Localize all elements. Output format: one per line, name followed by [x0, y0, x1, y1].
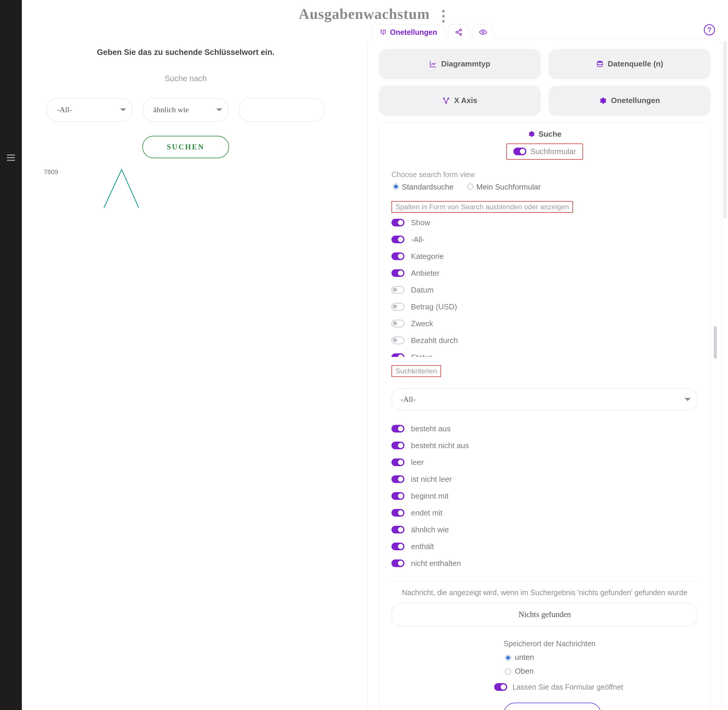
update-button[interactable]: UPDATE — [503, 703, 601, 710]
criteria-section-label: Suchkriterien — [392, 365, 441, 377]
toggle-row[interactable]: nicht enthalten — [392, 559, 698, 568]
toggle-row[interactable]: endet mit — [392, 508, 698, 518]
list-scrollbar[interactable] — [714, 326, 717, 359]
toggle-row[interactable]: Kategorie — [392, 252, 698, 261]
tab-settings[interactable]: Onetellungen — [371, 24, 445, 39]
criteria-list: besteht ausbesteht nicht ausleerist nich… — [392, 424, 698, 568]
chart-type-label: Diagrammtyp — [441, 59, 490, 69]
chart-type-button[interactable]: Diagrammtyp — [379, 49, 541, 79]
svg-point-6 — [459, 29, 462, 31]
toggle-row[interactable]: Bezahlt durch — [392, 336, 698, 345]
menu-icon[interactable] — [6, 153, 16, 165]
radio-standard[interactable]: Standardsuche — [392, 182, 454, 192]
toggle-icon — [392, 526, 404, 534]
divider — [392, 581, 698, 581]
toggle-label: -All- — [411, 235, 424, 244]
toggle-label: Anbieter — [411, 268, 440, 278]
search-panel: Geben Sie das zu suchende Schlüsselwort … — [28, 24, 343, 710]
settings-panel: Onetellungen Diagrammtyp D — [367, 24, 722, 710]
settings-button[interactable]: Onetellungen — [549, 86, 710, 116]
radio-location-top[interactable]: Oben — [503, 667, 698, 676]
toggle-label: endet mit — [411, 508, 443, 518]
xaxis-button[interactable]: X Axis — [379, 86, 541, 116]
toggle-icon — [392, 236, 404, 243]
search-field-select[interactable]: -All- — [47, 98, 132, 122]
svg-line-10 — [458, 33, 460, 34]
search-form-toggle-chip[interactable]: Suchformular — [506, 144, 583, 160]
toggle-row[interactable]: Status — [392, 353, 698, 357]
chart-y-tick: 7809 — [44, 168, 58, 176]
toggle-row[interactable]: Show — [392, 218, 698, 227]
toggle-label: besteht nicht aus — [411, 441, 469, 450]
toggle-label: nicht enthalten — [411, 559, 461, 568]
datasource-button[interactable]: Datenquelle (n) — [549, 49, 710, 79]
keep-open-toggle[interactable]: Lassen Sie das Formular geöffnet — [494, 683, 698, 691]
toggle-label: Bezahlt durch — [411, 336, 458, 345]
settings-label: Onetellungen — [611, 96, 660, 105]
eye-icon — [479, 28, 487, 36]
main: Ausgabenwachstum ⋮ ? Geben Sie das zu su… — [22, 0, 728, 710]
toggle-row[interactable]: -All- — [392, 235, 698, 244]
axis-icon — [442, 97, 450, 104]
radio-location-bottom[interactable]: unten — [503, 653, 698, 662]
tab-share[interactable] — [448, 24, 470, 39]
line-chart-svg — [60, 167, 160, 211]
toggle-label: besteht aus — [411, 424, 451, 433]
radio-mine[interactable]: Mein Suchformular — [466, 182, 540, 192]
toggle-icon — [392, 442, 404, 449]
message-label: Nachricht, die angezeigt wird, wenn im S… — [392, 588, 698, 597]
gear-icon — [528, 131, 535, 138]
keep-open-label: Lassen Sie das Formular geöffnet — [512, 683, 623, 691]
toggle-row[interactable]: ähnlich wie — [392, 525, 698, 534]
toggle-icon — [514, 148, 526, 155]
toggle-label: Zweck — [411, 319, 433, 328]
toggle-row[interactable]: leer — [392, 458, 698, 467]
search-operator-select[interactable]: ähnlich wie — [143, 98, 229, 122]
toggle-label: ist nicht leer — [411, 475, 452, 484]
loc-top-label: Oben — [515, 667, 534, 676]
search-value-input[interactable] — [239, 98, 325, 122]
toggle-icon — [392, 492, 404, 500]
toggle-row[interactable]: Betrag (USD) — [392, 302, 698, 311]
toggle-icon — [392, 219, 404, 226]
chart-icon — [429, 60, 437, 68]
toggle-icon — [392, 425, 404, 433]
toggle-row[interactable]: Datum — [392, 286, 698, 295]
database-icon — [596, 60, 604, 68]
search-settings-card: Suche Suchformular Choose search form vi… — [379, 122, 710, 710]
kebab-icon[interactable]: ⋮ — [436, 7, 451, 24]
toggle-icon — [392, 475, 404, 483]
toggle-row[interactable]: Anbieter — [392, 268, 698, 278]
toggle-label: Betrag (USD) — [411, 302, 457, 311]
toggle-label: Show — [411, 218, 430, 227]
nothing-found-input[interactable] — [392, 603, 698, 626]
toggle-row[interactable]: ist nicht leer — [392, 475, 698, 484]
toggle-icon — [392, 543, 404, 550]
toggle-row[interactable]: beginnt mit — [392, 491, 698, 501]
toggle-row[interactable]: Zweck — [392, 319, 698, 328]
share-icon — [455, 28, 462, 36]
radio-standard-label: Standardsuche — [402, 182, 454, 191]
scrollbar[interactable] — [723, 41, 727, 219]
search-button[interactable]: SUCHEN — [142, 136, 229, 158]
search-prompt: Geben Sie das zu suchende Schlüsselwort … — [28, 48, 343, 57]
toggle-icon — [392, 303, 404, 311]
search-form-chip-label: Suchformular — [530, 147, 576, 156]
toggle-label: beginnt mit — [411, 491, 448, 501]
page-title-text: Ausgabenwachstum — [299, 6, 430, 22]
radio-mine-label: Mein Suchformular — [476, 182, 540, 191]
help-icon[interactable]: ? — [704, 24, 715, 35]
toggle-row[interactable]: enthält — [392, 542, 698, 551]
xaxis-label: X Axis — [454, 96, 477, 105]
criteria-select[interactable]: -All- — [392, 388, 698, 411]
toggle-row[interactable]: besteht aus — [392, 424, 698, 433]
toggle-icon — [392, 354, 404, 357]
page-title: Ausgabenwachstum ⋮ — [22, 5, 728, 24]
svg-point-12 — [597, 61, 602, 63]
toggle-icon — [392, 286, 404, 294]
toggle-row[interactable]: besteht nicht aus — [392, 441, 698, 450]
tab-visibility[interactable] — [473, 24, 493, 39]
toggle-icon — [392, 559, 404, 567]
svg-point-5 — [383, 33, 384, 35]
svg-line-9 — [458, 31, 460, 32]
